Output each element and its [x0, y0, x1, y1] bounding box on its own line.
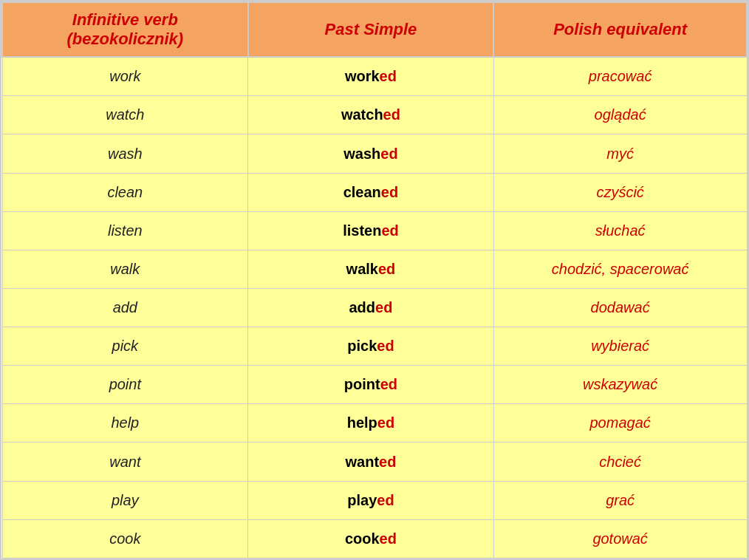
cell-infinitive: add — [2, 288, 248, 327]
cell-polish: myć — [493, 134, 747, 173]
cell-infinitive: help — [2, 404, 248, 443]
cell-past: pointed — [248, 366, 494, 404]
cell-past: added — [248, 288, 494, 327]
verb-table: Infinitive verb (bezokolicznik) Past Sim… — [1, 1, 748, 559]
past-suffix: ed — [377, 492, 394, 508]
cell-past: helped — [248, 404, 494, 443]
past-suffix: ed — [380, 68, 397, 84]
table-row: pointpointedwskazywać — [2, 366, 747, 404]
header-infinitive: Infinitive verb (bezokolicznik) — [2, 2, 248, 57]
cell-infinitive: cook — [2, 519, 248, 558]
cell-polish: pomagać — [493, 404, 747, 443]
past-suffix: ed — [378, 261, 395, 277]
table-row: helphelpedpomagać — [2, 404, 747, 443]
table-row: workworkedpracować — [2, 57, 747, 96]
cell-infinitive: clean — [2, 173, 248, 211]
main-container: Infinitive verb (bezokolicznik) Past Sim… — [0, 0, 749, 560]
cell-past: picked — [248, 327, 494, 366]
table-row: washwashedmyć — [2, 134, 747, 173]
past-base: wash — [343, 146, 380, 162]
cell-polish: dodawać — [493, 288, 747, 327]
past-suffix: ed — [381, 222, 398, 239]
table-row: walkwalkedchodzić, spacerować — [2, 250, 747, 288]
cell-past: worked — [248, 57, 494, 96]
table-row: pickpickedwybierać — [2, 327, 747, 366]
past-base: point — [344, 376, 380, 392]
header-row: Infinitive verb (bezokolicznik) Past Sim… — [2, 2, 747, 57]
past-suffix: ed — [380, 146, 397, 162]
past-base: pick — [347, 338, 377, 354]
cell-polish: wybierać — [493, 327, 747, 366]
cell-polish: oglądać — [493, 96, 747, 134]
table-body: workworkedpracowaćwatchwatchedoglądaćwas… — [2, 57, 747, 559]
past-suffix: ed — [377, 338, 394, 354]
cell-past: wanted — [248, 443, 494, 481]
cell-past: cooked — [248, 519, 494, 558]
cell-polish: grać — [493, 481, 747, 519]
cell-infinitive: point — [2, 366, 248, 404]
table-row: watchwatchedoglądać — [2, 96, 747, 134]
past-suffix: ed — [383, 106, 400, 123]
past-base: clean — [343, 184, 381, 200]
past-suffix: ed — [381, 184, 398, 200]
past-base: watch — [341, 106, 383, 123]
table-row: addaddeddodawać — [2, 288, 747, 327]
header-past-simple: Past Simple — [248, 2, 494, 57]
past-suffix: ed — [375, 299, 392, 315]
cell-polish: wskazywać — [493, 366, 747, 404]
header-polish: Polish equivalent — [493, 2, 747, 57]
cell-polish: pracować — [493, 57, 747, 96]
past-base: listen — [343, 222, 381, 239]
cell-past: cleaned — [248, 173, 494, 211]
past-suffix: ed — [380, 530, 397, 547]
cell-past: washed — [248, 134, 494, 173]
past-suffix: ed — [380, 376, 397, 392]
past-base: walk — [346, 261, 378, 277]
cell-polish: czyścić — [493, 173, 747, 211]
table-row: listenlistenedsłuchać — [2, 211, 747, 250]
table-row: playplayedgrać — [2, 481, 747, 519]
cell-polish: słuchać — [493, 211, 747, 250]
table-row: wantwantedchcieć — [2, 443, 747, 481]
past-base: help — [347, 414, 377, 431]
cell-past: played — [248, 481, 494, 519]
cell-infinitive: pick — [2, 327, 248, 366]
cell-infinitive: walk — [2, 250, 248, 288]
cell-infinitive: wash — [2, 134, 248, 173]
cell-infinitive: want — [2, 443, 248, 481]
cell-polish: chcieć — [493, 443, 747, 481]
past-base: play — [347, 492, 377, 508]
past-suffix: ed — [377, 414, 394, 431]
cell-infinitive: listen — [2, 211, 248, 250]
cell-polish: gotować — [493, 519, 747, 558]
table-row: cookcookedgotować — [2, 519, 747, 558]
past-base: cook — [345, 530, 380, 547]
cell-polish: chodzić, spacerować — [493, 250, 747, 288]
cell-infinitive: work — [2, 57, 248, 96]
cell-infinitive: play — [2, 481, 248, 519]
past-suffix: ed — [379, 454, 396, 470]
past-base: add — [349, 299, 375, 315]
past-base: want — [345, 454, 379, 470]
table-row: cleancleanedczyścić — [2, 173, 747, 211]
cell-infinitive: watch — [2, 96, 248, 134]
cell-past: listened — [248, 211, 494, 250]
cell-past: watched — [248, 96, 494, 134]
past-base: work — [345, 68, 380, 84]
cell-past: walked — [248, 250, 494, 288]
